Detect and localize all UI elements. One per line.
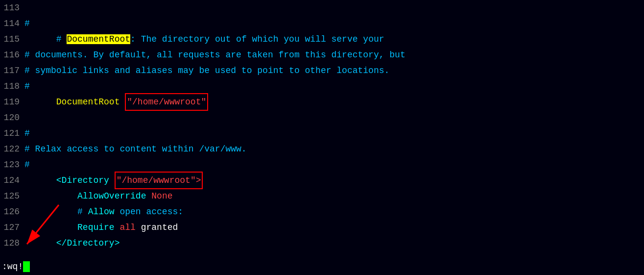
line-number-127: 127	[0, 220, 24, 235]
line-number-121: 121	[0, 125, 24, 141]
line-content-119: DocumentRoot "/home/wwwroot"	[24, 77, 644, 126]
code-line-121: 121 #	[0, 125, 644, 141]
cursor	[23, 261, 30, 272]
code-line-117: 117 # symbolic links and aliases may be …	[0, 63, 644, 78]
documentroot-highlight: DocumentRoot	[67, 34, 130, 44]
documentroot-keyword: DocumentRoot	[56, 97, 120, 107]
line-number-113: 113	[0, 0, 24, 16]
code-line-119: 119 DocumentRoot "/home/wwwroot"	[0, 94, 644, 110]
code-line-115: 115 # DocumentRoot: The directory out of…	[0, 31, 644, 47]
line-number-118: 118	[0, 78, 24, 94]
line-content-121: #	[24, 125, 644, 141]
code-line-128: 128 </Directory>	[0, 235, 644, 251]
line-number-115: 115	[0, 31, 24, 47]
line-number-125: 125	[0, 188, 24, 204]
comment-text-115: : The directory out of which you will se…	[130, 34, 384, 44]
line-number-119: 119	[0, 94, 24, 110]
line-number-114: 114	[0, 16, 24, 31]
line-number-126: 126	[0, 204, 24, 220]
line-number-122: 122	[0, 141, 24, 157]
code-line-122: 122 # Relax access to content within /va…	[0, 141, 644, 157]
line-content-122: # Relax access to content within /var/ww…	[24, 141, 644, 157]
code-line-113: 113	[0, 0, 644, 16]
comment-hash-115: #	[56, 34, 67, 44]
wwwroot-string-119: "/home/wwwroot"	[125, 93, 208, 111]
line-content-116: # documents. By default, all requests ar…	[24, 47, 644, 63]
status-line: :wq!	[0, 258, 644, 275]
line-number-124: 124	[0, 173, 24, 188]
line-number-116: 116	[0, 47, 24, 63]
line-number-117: 117	[0, 63, 24, 78]
vim-command: :wq!	[2, 262, 23, 272]
line-content-117: # symbolic links and aliases may be used…	[24, 63, 644, 78]
editor-container: 113 114 # 115 # DocumentRoot: The direct…	[0, 0, 644, 275]
directory-close-tag: </Directory>	[56, 238, 120, 248]
space-119	[119, 97, 125, 107]
line-number-120: 120	[0, 110, 24, 125]
line-number-128: 128	[0, 235, 24, 251]
line-number-123: 123	[0, 157, 24, 173]
code-line-116: 116 # documents. By default, all request…	[0, 47, 644, 63]
